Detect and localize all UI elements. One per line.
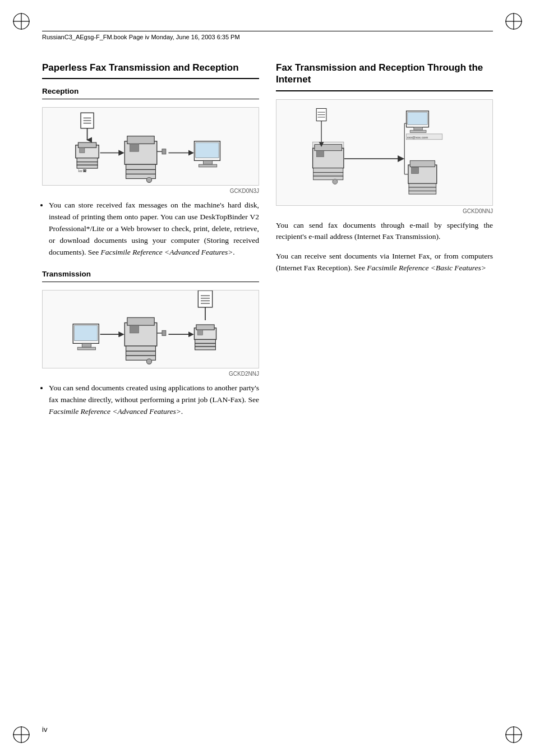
- svg-text:㎞☎: ㎞☎: [79, 168, 87, 173]
- transmission-bullet-item: You can send documents created using app…: [49, 382, 259, 418]
- svg-rect-19: [77, 158, 98, 162]
- transmission-subtitle: Transmission: [42, 270, 259, 278]
- svg-rect-91: [411, 167, 418, 173]
- reception-bullet-item: You can store received fax messages on t…: [49, 200, 259, 259]
- right-paragraph-1: You can send fax documents through e-mai…: [276, 220, 493, 243]
- transmission-bullet-text: You can send documents created using app…: [49, 384, 259, 404]
- svg-rect-57: [197, 330, 202, 335]
- svg-rect-59: [199, 291, 213, 307]
- page-number: iv: [42, 725, 47, 734]
- svg-rect-43: [125, 322, 158, 345]
- svg-rect-35: [196, 142, 219, 158]
- svg-rect-89: [409, 187, 436, 191]
- svg-rect-22: [80, 148, 85, 153]
- internet-fax-diagram: xxx@xxx.com: [276, 99, 493, 206]
- left-title-divider: [42, 78, 259, 79]
- corner-mark-bl: [10, 723, 33, 746]
- reception-diagram-svg: ㎞☎: [53, 108, 248, 185]
- transmission-italic-ref: Facsimile Reference <Advanced Features>: [49, 407, 181, 416]
- svg-rect-31: [130, 144, 139, 152]
- svg-rect-32: [162, 149, 166, 154]
- svg-rect-49: [130, 325, 139, 333]
- svg-rect-69: [313, 172, 343, 176]
- svg-rect-20: [77, 162, 98, 165]
- reception-italic-ref: Facsimile Reference <Advanced Features>: [101, 248, 233, 256]
- svg-rect-44: [127, 317, 154, 325]
- right-paragraph-2: You can receive sent documents via Inter…: [276, 251, 493, 274]
- transmission-diagram: [42, 290, 259, 368]
- transmission-diagram-svg: [53, 291, 248, 368]
- svg-rect-39: [75, 325, 98, 341]
- right-paragraph-2-italic: Facsimile Reference <Basic Features>: [367, 264, 486, 272]
- svg-rect-83: [410, 130, 426, 132]
- svg-rect-41: [78, 347, 96, 350]
- svg-rect-88: [409, 183, 436, 187]
- right-column: Fax Transmission and Reception Through t…: [276, 62, 493, 711]
- svg-rect-46: [126, 351, 156, 356]
- svg-rect-45: [126, 346, 156, 351]
- header-text: RussianC3_AEgsg-F_FM.book Page iv Monday…: [42, 34, 240, 40]
- transmission-bullet-end: .: [181, 407, 183, 416]
- svg-rect-81: [407, 112, 427, 125]
- svg-rect-56: [195, 347, 216, 350]
- svg-rect-37: [199, 164, 217, 167]
- svg-rect-54: [195, 339, 216, 343]
- internet-fax-diagram-svg: xxx@xxx.com: [282, 100, 487, 205]
- left-column: Paperless Fax Transmission and Reception…: [42, 62, 259, 711]
- right-title-divider: [276, 90, 493, 91]
- page-footer: iv: [42, 725, 47, 734]
- svg-rect-53: [196, 325, 214, 330]
- svg-rect-90: [409, 191, 436, 194]
- corner-mark-tr: [502, 10, 525, 33]
- svg-rect-40: [82, 343, 91, 347]
- svg-rect-55: [195, 343, 216, 347]
- transmission-bullet-list: You can send documents created using app…: [49, 382, 259, 421]
- svg-rect-72: [316, 150, 324, 156]
- reception-diagram-caption: GCKD0N3J: [42, 188, 259, 194]
- right-section-title: Fax Transmission and Reception Through t…: [276, 62, 493, 86]
- reception-bullet-list: You can store received fax messages on t…: [49, 200, 259, 262]
- svg-rect-67: [315, 144, 342, 150]
- svg-rect-18: [79, 142, 96, 147]
- corner-mark-tl: [10, 10, 33, 33]
- svg-text:xxx@xxx.com: xxx@xxx.com: [407, 135, 428, 139]
- svg-rect-25: [125, 141, 158, 164]
- reception-divider: [42, 99, 259, 99]
- svg-rect-82: [413, 127, 422, 130]
- left-section-title: Paperless Fax Transmission and Reception: [42, 62, 259, 73]
- internet-fax-diagram-caption: GCKD0NNJ: [276, 208, 493, 214]
- svg-rect-50: [162, 330, 166, 335]
- reception-bullet-end: .: [233, 248, 234, 256]
- svg-point-71: [333, 179, 338, 184]
- svg-rect-36: [204, 161, 213, 165]
- svg-point-30: [147, 177, 152, 182]
- content-area: Paperless Fax Transmission and Reception…: [42, 62, 493, 711]
- transmission-diagram-caption: GCKD2NNJ: [42, 371, 259, 377]
- svg-rect-27: [126, 164, 156, 169]
- transmission-divider: [42, 282, 259, 282]
- svg-rect-26: [127, 136, 154, 144]
- svg-rect-87: [410, 160, 435, 167]
- svg-rect-70: [313, 176, 343, 180]
- svg-rect-68: [313, 168, 343, 172]
- reception-diagram: ㎞☎: [42, 107, 259, 186]
- svg-point-48: [147, 359, 152, 364]
- svg-rect-28: [126, 170, 156, 174]
- corner-mark-br: [502, 723, 525, 746]
- reception-subtitle: Reception: [42, 87, 259, 95]
- page-header: RussianC3_AEgsg-F_FM.book Page iv Monday…: [42, 31, 493, 40]
